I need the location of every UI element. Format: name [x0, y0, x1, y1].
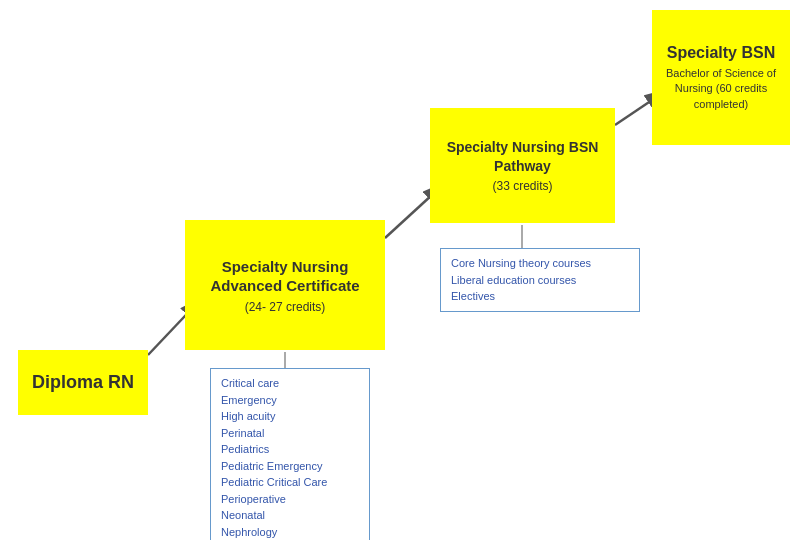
diploma-rn-label: Diploma RN: [32, 372, 134, 393]
list-item: Perioperative: [221, 491, 359, 508]
list-item: High acuity: [221, 408, 359, 425]
bsn-info-box: Core Nursing theory coursesLiberal educa…: [440, 248, 640, 312]
advanced-certificate-box: Specialty Nursing Advanced Certificate (…: [185, 220, 385, 350]
advanced-certificate-title: Specialty Nursing Advanced Certificate: [185, 257, 385, 296]
list-item: Liberal education courses: [451, 272, 629, 289]
list-item: Electives: [451, 288, 629, 305]
specialty-bsn-box: Specialty BSN Bachelor of Science of Nur…: [652, 10, 790, 145]
list-item: Core Nursing theory courses: [451, 255, 629, 272]
advanced-info-box: Critical careEmergencyHigh acuityPerinat…: [210, 368, 370, 540]
list-item: Perinatal: [221, 425, 359, 442]
advanced-certificate-subtitle: (24- 27 credits): [245, 300, 326, 314]
diploma-rn-box: Diploma RN: [18, 350, 148, 415]
bsn-pathway-title: Specialty Nursing BSN Pathway: [430, 138, 615, 174]
bsn-pathway-box: Specialty Nursing BSN Pathway (33 credit…: [430, 108, 615, 223]
list-item: Nephrology: [221, 524, 359, 541]
list-item: Critical care: [221, 375, 359, 392]
list-item: Pediatrics: [221, 441, 359, 458]
bsn-pathway-subtitle: (33 credits): [492, 179, 552, 193]
list-item: Emergency: [221, 392, 359, 409]
list-item: Neonatal: [221, 507, 359, 524]
list-item: Pediatric Emergency: [221, 458, 359, 475]
specialty-bsn-title: Specialty BSN: [667, 43, 775, 62]
list-item: Pediatric Critical Care: [221, 474, 359, 491]
specialty-bsn-subtitle: Bachelor of Science of Nursing (60 credi…: [652, 66, 790, 112]
